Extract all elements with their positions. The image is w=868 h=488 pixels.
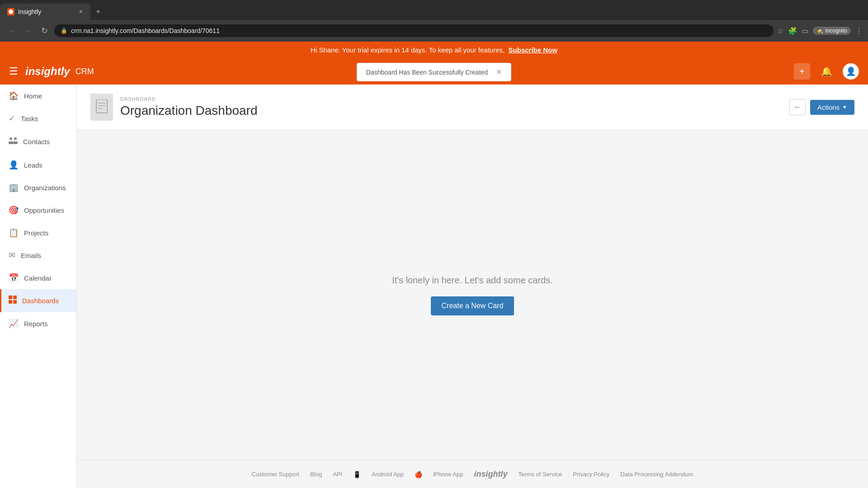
sidebar-item-projects-label: Projects — [24, 229, 48, 237]
active-tab[interactable]: Insightly ✕ — [0, 4, 90, 20]
lock-icon: 🔒 — [61, 28, 67, 34]
hamburger-menu-button[interactable]: ☰ — [9, 66, 18, 77]
trial-text: Hi Shane. Your trial expires in 14 days.… — [311, 46, 506, 54]
close-tab-btn[interactable]: ✕ — [79, 9, 83, 15]
actions-button[interactable]: Actions ▼ — [810, 100, 854, 115]
extension-icon[interactable]: 🧩 — [788, 27, 797, 35]
home-icon: 🏠 — [9, 91, 19, 101]
new-tab-button[interactable]: + — [90, 7, 106, 17]
sidebar-item-dashboards[interactable]: Dashboards — [0, 289, 76, 312]
top-nav: ☰ insightly CRM Dashboard Has Been Succe… — [0, 58, 868, 84]
browser-chrome: Insightly ✕ + ← → ↻ 🔒 crm.na1.insightly.… — [0, 0, 868, 42]
footer: Customer Support Blog API 📱 Android App … — [77, 460, 868, 488]
tab-title: Insightly — [18, 8, 41, 15]
footer-brand: insightly — [474, 469, 507, 479]
svg-rect-2 — [14, 137, 17, 140]
trial-banner: Hi Shane. Your trial expires in 14 days.… — [0, 42, 868, 58]
app-wrapper: Hi Shane. Your trial expires in 14 days.… — [0, 42, 868, 488]
main-layout: 🏠 Home ✓ Tasks Contacts 👤 Leads 🏢 Organi… — [0, 84, 868, 488]
dashboard-title-area: DASHBOARD Organization Dashboard — [120, 96, 789, 118]
forward-nav-button[interactable]: → — [22, 24, 34, 37]
notifications-button[interactable]: 🔔 — [818, 63, 835, 80]
sidebar-item-emails-label: Emails — [21, 252, 41, 259]
svg-rect-6 — [13, 296, 17, 299]
sidebar-item-home[interactable]: 🏠 Home — [0, 84, 76, 107]
toast-message: Dashboard Has Been Successfully Created — [366, 69, 488, 76]
address-bar[interactable]: 🔒 crm.na1.insightly.com/Dashboards/Dashb… — [54, 24, 774, 37]
sidebar-item-tasks[interactable]: ✓ Tasks — [0, 107, 76, 130]
svg-rect-3 — [9, 141, 13, 144]
sidebar-item-opportunities[interactable]: 🎯 Opportunities — [0, 199, 76, 221]
svg-rect-4 — [13, 141, 18, 144]
bookmark-icon[interactable]: ☆ — [777, 27, 783, 35]
organizations-icon: 🏢 — [9, 183, 19, 192]
svg-rect-5 — [9, 296, 12, 299]
svg-rect-7 — [9, 300, 12, 304]
sidebar-item-tasks-label: Tasks — [21, 115, 38, 122]
subscribe-link[interactable]: Subscribe Now — [509, 46, 557, 54]
sidebar-item-calendar[interactable]: 📅 Calendar — [0, 267, 76, 289]
tasks-icon: ✓ — [9, 113, 15, 123]
projects-icon: 📋 — [9, 228, 19, 238]
footer-link-privacy[interactable]: Privacy Policy — [573, 471, 609, 478]
create-card-button[interactable]: Create a New Card — [431, 296, 514, 315]
brand-name: insightly — [25, 65, 70, 78]
svg-rect-9 — [96, 99, 107, 113]
sidebar-item-home-label: Home — [24, 92, 42, 100]
contacts-icon — [9, 136, 18, 147]
back-nav-button[interactable]: ← — [5, 24, 18, 37]
incognito-icon: 🕵 — [816, 28, 823, 34]
browser-address-bar-row: ← → ↻ 🔒 crm.na1.insightly.com/Dashboards… — [0, 20, 868, 42]
footer-link-blog[interactable]: Blog — [310, 471, 322, 478]
dashboard-icon — [90, 94, 113, 121]
incognito-label: Incognito — [825, 28, 847, 34]
sidebar-item-projects[interactable]: 📋 Projects — [0, 221, 76, 244]
reload-button[interactable]: ↻ — [38, 24, 51, 37]
apple-icon: 🍎 — [415, 471, 422, 478]
add-button[interactable]: + — [794, 63, 810, 80]
sidebar-item-contacts[interactable]: Contacts — [0, 130, 76, 154]
footer-link-data-processing[interactable]: Data Processing Addendum — [620, 471, 693, 478]
menu-icon[interactable]: ⋮ — [855, 27, 863, 35]
sidebar-item-opportunities-label: Opportunities — [24, 206, 64, 214]
toast-close-btn[interactable]: ✕ — [496, 68, 502, 76]
content-area: DASHBOARD Organization Dashboard ← Actio… — [77, 84, 868, 488]
incognito-badge: 🕵 Incognito — [813, 27, 851, 35]
footer-link-terms[interactable]: Terms of Service — [518, 471, 562, 478]
emails-icon: ✉ — [9, 250, 15, 260]
actions-caret-icon: ▼ — [842, 104, 847, 110]
dashboards-icon — [9, 296, 17, 306]
favicon — [7, 8, 14, 15]
sidebar: 🏠 Home ✓ Tasks Contacts 👤 Leads 🏢 Organi… — [0, 84, 77, 488]
calendar-icon: 📅 — [9, 273, 19, 283]
sidebar-item-emails[interactable]: ✉ Emails — [0, 244, 76, 267]
android-app-icon: 📱 — [353, 471, 361, 478]
success-toast: Dashboard Has Been Successfully Created … — [357, 63, 511, 81]
back-button[interactable]: ← — [789, 99, 806, 115]
footer-link-android-app[interactable]: Android App — [372, 471, 404, 478]
opportunities-icon: 🎯 — [9, 205, 19, 215]
sidebar-item-organizations[interactable]: 🏢 Organizations — [0, 176, 76, 199]
dashboard-body: It's lonely in here. Let's add some card… — [77, 130, 868, 460]
sidebar-item-organizations-label: Organizations — [24, 184, 66, 192]
sidebar-item-leads[interactable]: 👤 Leads — [0, 154, 76, 176]
actions-label: Actions — [817, 103, 840, 111]
svg-point-0 — [9, 9, 13, 14]
footer-links: Customer Support Blog API 📱 Android App … — [86, 469, 859, 479]
dashboard-breadcrumb: DASHBOARD — [120, 96, 789, 102]
brand-logo-area: insightly CRM — [25, 65, 94, 78]
url-text: crm.na1.insightly.com/Dashboards/Dashboa… — [71, 27, 220, 34]
cast-icon[interactable]: ▭ — [802, 27, 808, 35]
sidebar-item-leads-label: Leads — [24, 161, 42, 169]
svg-rect-8 — [13, 300, 17, 304]
sidebar-item-calendar-label: Calendar — [24, 274, 52, 282]
sidebar-item-reports-label: Reports — [24, 320, 48, 328]
user-avatar-button[interactable]: 👤 — [843, 63, 859, 80]
sidebar-item-dashboards-label: Dashboards — [22, 297, 59, 305]
header-actions: ← Actions ▼ — [789, 99, 854, 115]
sidebar-item-contacts-label: Contacts — [23, 138, 50, 145]
footer-link-api[interactable]: API — [333, 471, 342, 478]
footer-link-customer-support[interactable]: Customer Support — [252, 471, 300, 478]
sidebar-item-reports[interactable]: 📈 Reports — [0, 312, 76, 335]
footer-link-iphone-app[interactable]: iPhone App — [433, 471, 463, 478]
